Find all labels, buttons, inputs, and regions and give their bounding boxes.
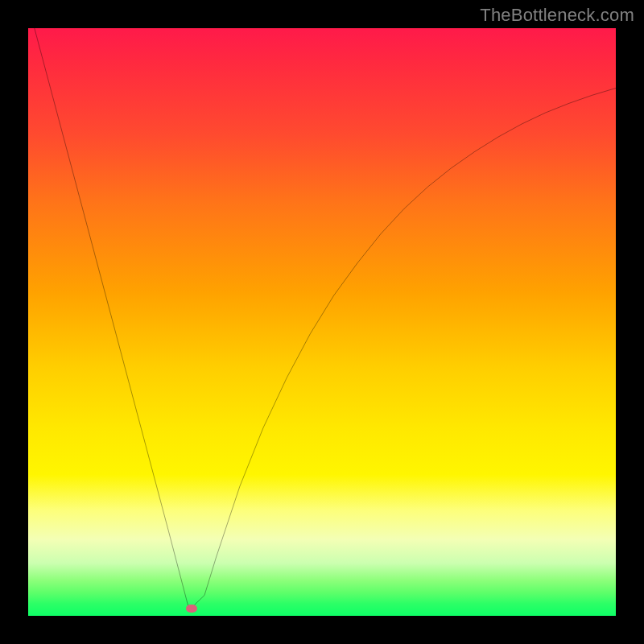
optimum-marker [186, 605, 197, 613]
chart-frame: TheBottleneck.com [0, 0, 644, 644]
curve-svg [28, 28, 616, 616]
bottleneck-curve [28, 28, 616, 610]
plot-area [28, 28, 616, 616]
watermark-text: TheBottleneck.com [480, 5, 634, 26]
